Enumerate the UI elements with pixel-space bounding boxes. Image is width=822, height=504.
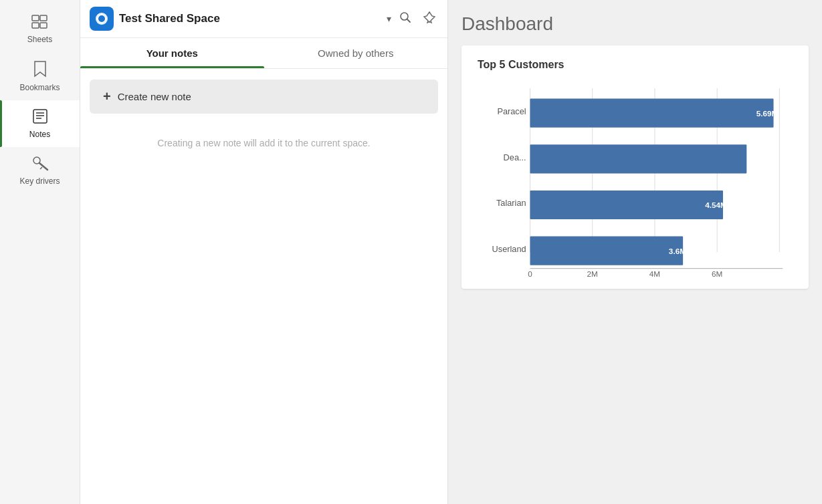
svg-rect-27 [530, 191, 723, 219]
svg-text:4M: 4M [649, 269, 660, 278]
chart-title: Top 5 Customers [478, 59, 793, 71]
search-icon[interactable] [397, 9, 414, 29]
svg-line-10 [40, 167, 42, 169]
create-new-note-button[interactable]: + Create new note [90, 80, 438, 114]
sidebar-item-bookmarks[interactable]: Bookmarks [0, 52, 80, 100]
tab-your-notes[interactable]: Your notes [80, 38, 264, 68]
plus-icon: + [103, 89, 111, 104]
svg-text:Paracel: Paracel [497, 106, 526, 116]
sidebar-label-key-drivers: Key drivers [19, 176, 60, 186]
notes-header: Test Shared Space ▾ [80, 0, 447, 38]
sidebar: Sheets Bookmarks Notes [0, 0, 80, 504]
sidebar-label-bookmarks: Bookmarks [19, 83, 60, 92]
key-drivers-icon [31, 155, 49, 174]
bar-chart: Paracel 5.69M Dea... Talarian 4.54M User… [478, 82, 793, 278]
notes-header-actions [397, 9, 438, 29]
chevron-down-icon[interactable]: ▾ [387, 13, 391, 24]
svg-rect-3 [40, 23, 47, 28]
svg-rect-0 [32, 15, 39, 21]
svg-text:0: 0 [528, 269, 532, 278]
sidebar-label-notes: Notes [29, 130, 50, 139]
svg-text:2M: 2M [587, 269, 598, 278]
dashboard-title: Dashboard [461, 13, 809, 35]
notes-panel: Test Shared Space ▾ Your notes Owned by … [80, 0, 448, 504]
sidebar-item-key-drivers[interactable]: Key drivers [0, 147, 80, 194]
svg-text:Userland: Userland [492, 244, 526, 254]
svg-text:6M: 6M [712, 269, 722, 278]
svg-rect-25 [530, 144, 747, 173]
dashboard-area: Dashboard Top 5 Customers Paracel 5.69M … [448, 0, 822, 504]
svg-line-14 [407, 19, 411, 22]
notes-panel-title: Test Shared Space [119, 12, 381, 25]
sidebar-item-notes[interactable]: Notes [0, 100, 80, 147]
sheets-icon [31, 15, 49, 32]
create-note-label: Create new note [118, 91, 191, 102]
svg-point-12 [98, 15, 105, 22]
app-icon [90, 7, 114, 31]
tabs: Your notes Owned by others [80, 38, 447, 69]
svg-rect-1 [40, 15, 47, 21]
svg-rect-30 [530, 237, 684, 265]
sidebar-label-sheets: Sheets [27, 35, 52, 44]
svg-rect-2 [32, 23, 39, 28]
tab-owned-by-others[interactable]: Owned by others [264, 38, 448, 68]
svg-rect-4 [33, 110, 47, 123]
svg-text:Dea...: Dea... [504, 152, 526, 162]
empty-message: Creating a new note will add it to the c… [80, 131, 447, 155]
svg-text:Talarian: Talarian [496, 198, 526, 208]
bookmarks-icon [33, 60, 47, 80]
pin-icon[interactable] [421, 9, 438, 29]
chart-card: Top 5 Customers Paracel 5.69M Dea... Tal… [461, 45, 809, 289]
notes-icon [32, 108, 48, 127]
sidebar-item-sheets[interactable]: Sheets [0, 7, 80, 52]
svg-text:3.6M: 3.6M [669, 247, 686, 255]
svg-rect-22 [530, 99, 774, 128]
svg-text:4.54M: 4.54M [705, 201, 727, 209]
svg-text:5.69M: 5.69M [756, 109, 779, 118]
